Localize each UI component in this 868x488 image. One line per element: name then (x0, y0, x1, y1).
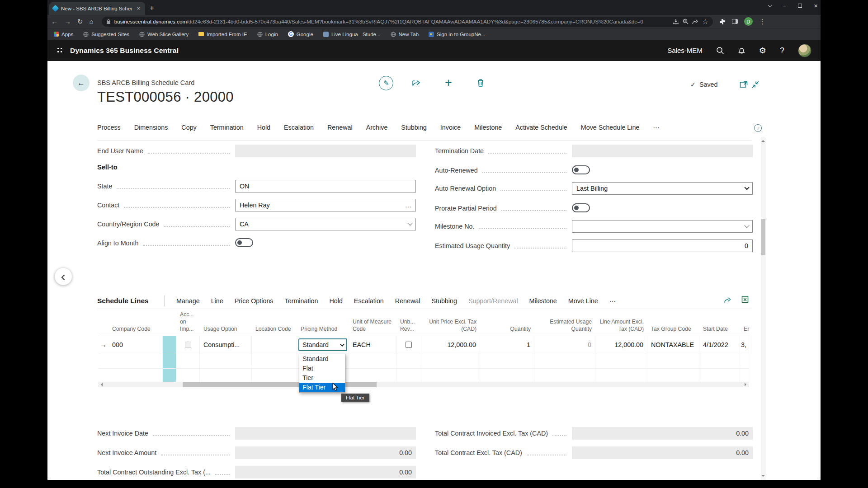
menu-item-process[interactable]: Process (97, 124, 121, 131)
dropdown-option-flat[interactable]: Flat (299, 364, 345, 373)
bookmark-groupne[interactable]: Sign in to GroupNe... (429, 32, 485, 37)
sl-menu-line[interactable]: Line (211, 297, 223, 305)
cell-line-amount[interactable]: 12,000.00 (595, 336, 647, 354)
prorate-partial-period-toggle[interactable] (572, 203, 590, 212)
cell-company-code[interactable]: 000 (108, 336, 163, 354)
menu-item-milestone[interactable]: Milestone (474, 124, 502, 131)
tab-close-icon[interactable]: × (135, 5, 142, 12)
country-region-field[interactable]: CA (235, 218, 416, 230)
grid-data-row[interactable]: → 000 Consumpti... Standard EACH 12,000.… (98, 336, 749, 354)
cell-start-date[interactable]: 4/1/2022 (699, 336, 740, 354)
bookmark-web-slice-gallery[interactable]: Web Slice Gallery (139, 32, 189, 37)
scroll-right-icon[interactable] (745, 383, 748, 386)
cell-unit-of-measure[interactable]: EACH (349, 336, 396, 354)
bookmark-suggested-sites[interactable]: Suggested Sites (83, 32, 129, 37)
menu-item-archive[interactable]: Archive (366, 124, 388, 131)
chevron-down-icon[interactable] (744, 223, 749, 228)
address-bar[interactable]: businesscentral.dynamics.com/dd24e63d-21… (102, 17, 713, 27)
auto-renewal-option-select[interactable]: Last Billing (572, 182, 753, 195)
open-in-excel-icon[interactable] (741, 296, 749, 303)
menu-item-termination[interactable]: Termination (210, 124, 244, 131)
new-tab-button[interactable]: + (150, 4, 154, 13)
menu-item-renewal[interactable]: Renewal (327, 124, 353, 131)
settings-gear-icon[interactable]: ⚙ (759, 47, 766, 55)
scroll-left-icon[interactable] (99, 383, 103, 386)
cell-location-code[interactable] (252, 336, 297, 354)
cell-pricing-method[interactable]: Standard (297, 336, 349, 354)
app-title[interactable]: Dynamics 365 Business Central (70, 47, 179, 55)
scroll-up-icon[interactable] (761, 138, 765, 142)
chevron-down-icon[interactable] (407, 221, 412, 225)
sl-menu-milestone[interactable]: Milestone (529, 297, 557, 305)
menu-item-hold[interactable]: Hold (257, 124, 270, 131)
collapse-page-icon[interactable] (751, 81, 760, 88)
new-record-button[interactable]: + (445, 76, 452, 90)
scrollbar-thumb[interactable] (183, 382, 377, 387)
bookmark-live-lingua[interactable]: Live Lingua - Stude... (323, 32, 381, 37)
open-in-window-icon[interactable] (740, 81, 748, 88)
menu-item-stubbing[interactable]: Stubbing (401, 124, 426, 131)
bookmark-apps[interactable]: Apps (54, 32, 73, 37)
notifications-bell-icon[interactable] (738, 47, 745, 55)
menu-item-escalation[interactable]: Escalation (284, 124, 314, 131)
cell-unit-price[interactable]: 12,000.00 (421, 336, 480, 354)
sl-menu-price-options[interactable]: Price Options (235, 297, 274, 305)
sl-menu-termination[interactable]: Termination (285, 297, 318, 305)
chevron-down-icon[interactable] (744, 185, 749, 190)
zoom-icon[interactable] (683, 19, 689, 24)
reload-button[interactable]: ↻ (77, 18, 83, 25)
sl-menu-escalation[interactable]: Escalation (354, 297, 384, 305)
bookmark-star-icon[interactable]: ☆ (702, 18, 708, 25)
grid-empty-row[interactable] (98, 369, 749, 383)
cell-end-date[interactable]: 3, (740, 336, 749, 354)
cell-est-usage-qty[interactable]: 0 (534, 336, 595, 354)
browser-profile-avatar[interactable]: D (744, 17, 753, 26)
info-icon[interactable]: i (754, 124, 762, 132)
sl-menu-manage[interactable]: Manage (176, 297, 200, 305)
extensions-icon[interactable] (719, 19, 726, 25)
sl-menu-move-line[interactable]: Move Line (568, 297, 598, 305)
page-vertical-scrollbar[interactable] (761, 137, 766, 480)
menu-item-invoice[interactable]: Invoice (440, 124, 461, 131)
forward-button[interactable]: → (64, 18, 71, 25)
grid-empty-row[interactable] (98, 354, 749, 369)
download-icon[interactable] (673, 19, 679, 24)
window-restore-button[interactable] (798, 4, 802, 8)
edit-mode-button[interactable]: ✎ (379, 76, 393, 90)
auto-renewed-toggle[interactable] (572, 165, 590, 174)
contact-field[interactable]: Helen Ray… (235, 199, 416, 211)
window-chevron-down-icon[interactable] (768, 3, 772, 7)
sl-menu-stubbing[interactable]: Stubbing (431, 297, 457, 305)
browser-tab[interactable]: New - SBS ARCB Billing Schedule × (49, 2, 145, 15)
share-lines-icon[interactable] (724, 296, 731, 303)
window-minimize-button[interactable]: − (783, 2, 786, 9)
sl-menu-renewal[interactable]: Renewal (395, 297, 420, 305)
menu-more-icon[interactable]: ⋯ (653, 124, 659, 131)
bookmark-imported-from-ie[interactable]: Imported From IE (198, 32, 247, 37)
window-close-button[interactable]: × (814, 2, 818, 9)
estimated-usage-quantity-field[interactable]: 0 (572, 239, 753, 252)
milestone-no-field[interactable] (572, 220, 753, 233)
delete-trash-icon[interactable] (476, 78, 485, 87)
align-to-month-toggle[interactable] (235, 238, 253, 247)
scrollbar-thumb[interactable] (761, 219, 765, 255)
grid-horizontal-scrollbar[interactable] (98, 382, 749, 387)
bookmark-new-tab[interactable]: New Tab (391, 32, 419, 37)
dropdown-option-standard[interactable]: Standard (299, 354, 345, 364)
dropdown-option-tier[interactable]: Tier (299, 373, 345, 383)
bookmark-login[interactable]: Login (257, 32, 278, 37)
state-field[interactable]: ON (235, 180, 416, 192)
contact-lookup-icon[interactable]: … (405, 202, 412, 209)
collapse-panel-button[interactable] (55, 268, 72, 285)
share-icon[interactable] (692, 19, 698, 24)
sl-menu-hold[interactable]: Hold (329, 297, 342, 305)
cell-unb-rev[interactable] (396, 336, 421, 354)
back-button[interactable]: ← (51, 18, 58, 25)
menu-item-move-schedule-line[interactable]: Move Schedule Line (581, 124, 640, 131)
sl-menu-more-icon[interactable]: ⋯ (609, 297, 616, 305)
browser-menu-icon[interactable]: ⋮ (759, 18, 766, 25)
menu-item-dimensions[interactable]: Dimensions (134, 124, 168, 131)
bookmark-google[interactable]: GGoogle (288, 31, 313, 37)
user-avatar[interactable] (798, 44, 811, 57)
search-icon[interactable] (716, 47, 724, 55)
